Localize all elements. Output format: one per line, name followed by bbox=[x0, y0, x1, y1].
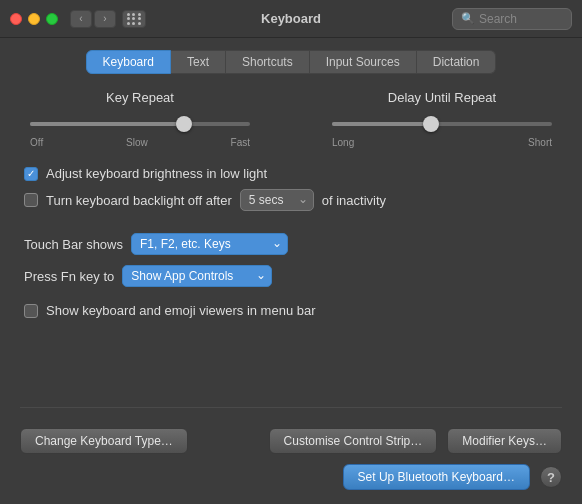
minimize-button[interactable] bbox=[28, 13, 40, 25]
delay-repeat-fill bbox=[332, 122, 431, 126]
adjust-brightness-label: Adjust keyboard brightness in low light bbox=[46, 166, 267, 181]
bottom-buttons: Change Keyboard Type… Customise Control … bbox=[20, 397, 562, 490]
backlight-suffix: of inactivity bbox=[322, 193, 386, 208]
backlight-select[interactable]: 5 secs 10 secs 30 secs 1 min 5 mins bbox=[240, 189, 314, 211]
backlight-off-label: Turn keyboard backlight off after bbox=[46, 193, 232, 208]
tab-bar: Keyboard Text Shortcuts Input Sources Di… bbox=[20, 50, 562, 74]
fn-key-select-wrapper: Show App Controls Show Control Strip Exp… bbox=[122, 265, 272, 287]
tab-dictation[interactable]: Dictation bbox=[417, 50, 497, 74]
touch-bar-row: Touch Bar shows F1, F2, etc. Keys App Co… bbox=[20, 233, 562, 255]
fn-key-label: Press Fn key to bbox=[24, 269, 114, 284]
key-repeat-group: Key Repeat Off Slow Fast bbox=[30, 90, 250, 148]
fn-key-row: Press Fn key to Show App Controls Show C… bbox=[20, 265, 562, 287]
touch-bar-label: Touch Bar shows bbox=[24, 237, 123, 252]
key-repeat-off: Off bbox=[30, 137, 43, 148]
tab-text[interactable]: Text bbox=[171, 50, 226, 74]
delay-repeat-slider[interactable] bbox=[332, 115, 552, 133]
delay-repeat-group: Delay Until Repeat Long Short bbox=[332, 90, 552, 148]
fn-key-select[interactable]: Show App Controls Show Control Strip Exp… bbox=[122, 265, 272, 287]
window-title: Keyboard bbox=[261, 11, 321, 26]
divider bbox=[20, 407, 562, 408]
key-repeat-slow: Slow bbox=[126, 137, 148, 148]
delay-repeat-thumb[interactable] bbox=[423, 116, 439, 132]
maximize-button[interactable] bbox=[46, 13, 58, 25]
key-repeat-fill bbox=[30, 122, 184, 126]
tab-shortcuts[interactable]: Shortcuts bbox=[226, 50, 310, 74]
adjust-brightness-row: Adjust keyboard brightness in low light bbox=[24, 166, 558, 181]
change-keyboard-button[interactable]: Change Keyboard Type… bbox=[20, 428, 188, 454]
traffic-lights bbox=[10, 13, 58, 25]
delay-repeat-label: Delay Until Repeat bbox=[388, 90, 496, 105]
search-box[interactable]: 🔍 bbox=[452, 8, 572, 30]
menu-bar-checkbox[interactable] bbox=[24, 304, 38, 318]
backlight-off-row: Turn keyboard backlight off after 5 secs… bbox=[24, 189, 558, 211]
close-button[interactable] bbox=[10, 13, 22, 25]
key-repeat-label: Key Repeat bbox=[106, 90, 174, 105]
key-repeat-slider[interactable] bbox=[30, 115, 250, 133]
search-input[interactable] bbox=[479, 12, 563, 26]
tab-keyboard[interactable]: Keyboard bbox=[86, 50, 171, 74]
bottom-button-row-2: Set Up Bluetooth Keyboard… ? bbox=[20, 464, 562, 490]
modifier-keys-button[interactable]: Modifier Keys… bbox=[447, 428, 562, 454]
grid-button[interactable] bbox=[122, 10, 146, 28]
sliders-row: Key Repeat Off Slow Fast Delay Until Rep… bbox=[20, 90, 562, 148]
adjust-brightness-checkbox[interactable] bbox=[24, 167, 38, 181]
nav-buttons: ‹ › bbox=[70, 10, 116, 28]
key-repeat-track bbox=[30, 122, 250, 126]
delay-repeat-short: Short bbox=[528, 137, 552, 148]
title-bar: ‹ › Keyboard 🔍 bbox=[0, 0, 582, 38]
main-content: Keyboard Text Shortcuts Input Sources Di… bbox=[0, 38, 582, 504]
key-repeat-thumb[interactable] bbox=[176, 116, 192, 132]
key-repeat-sublabels: Off Slow Fast bbox=[30, 137, 250, 148]
delay-repeat-long: Long bbox=[332, 137, 354, 148]
touch-bar-select[interactable]: F1, F2, etc. Keys App Controls Expanded … bbox=[131, 233, 288, 255]
back-button[interactable]: ‹ bbox=[70, 10, 92, 28]
setup-bluetooth-button[interactable]: Set Up Bluetooth Keyboard… bbox=[343, 464, 530, 490]
help-button[interactable]: ? bbox=[540, 466, 562, 488]
key-repeat-fast: Fast bbox=[231, 137, 250, 148]
tab-input-sources[interactable]: Input Sources bbox=[310, 50, 417, 74]
menu-bar-label: Show keyboard and emoji viewers in menu … bbox=[46, 303, 316, 318]
bottom-button-row-1: Change Keyboard Type… Customise Control … bbox=[20, 428, 562, 454]
backlight-off-checkbox[interactable] bbox=[24, 193, 38, 207]
menu-bar-row: Show keyboard and emoji viewers in menu … bbox=[20, 303, 562, 318]
options-section: Adjust keyboard brightness in low light … bbox=[20, 166, 562, 219]
search-icon: 🔍 bbox=[461, 12, 475, 25]
backlight-select-wrapper: 5 secs 10 secs 30 secs 1 min 5 mins bbox=[240, 189, 314, 211]
touch-bar-select-wrapper: F1, F2, etc. Keys App Controls Expanded … bbox=[131, 233, 288, 255]
delay-repeat-track bbox=[332, 122, 552, 126]
delay-repeat-sublabels: Long Short bbox=[332, 137, 552, 148]
forward-button[interactable]: › bbox=[94, 10, 116, 28]
customise-strip-button[interactable]: Customise Control Strip… bbox=[269, 428, 438, 454]
grid-icon bbox=[127, 13, 142, 25]
